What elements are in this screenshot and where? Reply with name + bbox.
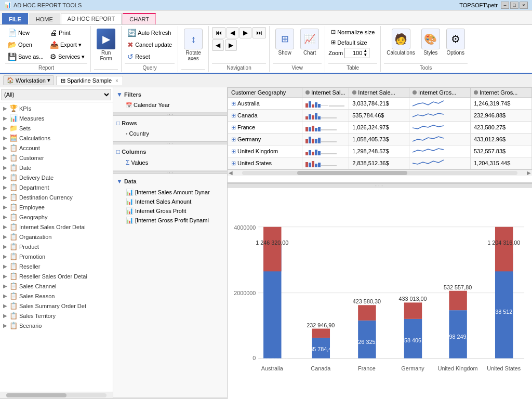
germany-expand[interactable]: ⊞ bbox=[231, 136, 236, 142]
country-row-item[interactable]: • Country bbox=[124, 129, 224, 138]
tab-adhoc[interactable]: AD HOC REPORT bbox=[61, 13, 122, 24]
auto-refresh-btn[interactable]: 🔄 Auto Refresh bbox=[125, 27, 175, 38]
left-panel-scrollbar[interactable] bbox=[0, 392, 113, 398]
tab-home[interactable]: HOME bbox=[29, 13, 60, 24]
styles-btn[interactable]: 🎨 Styles bbox=[419, 27, 443, 57]
default-size-btn[interactable]: ⊞ Default size bbox=[328, 37, 377, 47]
nav-first-btn[interactable]: ⏮ bbox=[212, 27, 225, 38]
delivery-date-arrow: ▶ bbox=[3, 175, 7, 180]
tree-item-geography[interactable]: ▶ 📋 Geography bbox=[1, 212, 112, 222]
account-icon: 📋 bbox=[9, 144, 18, 152]
customer-icon: 📋 bbox=[9, 154, 18, 162]
row-canada: ⊞Canada 535,784.4 bbox=[228, 110, 532, 122]
nav-prev-btn[interactable]: ◀ bbox=[227, 27, 238, 38]
tree-item-reseller[interactable]: ▶ 📋 Reseller bbox=[1, 261, 112, 271]
reset-btn[interactable]: ↺ Reset bbox=[125, 51, 175, 62]
uk-expand[interactable]: ⊞ bbox=[231, 148, 236, 154]
zoom-box[interactable]: ▲ ▼ bbox=[344, 48, 369, 58]
grid-chart-resizer[interactable]: ··· bbox=[228, 183, 532, 188]
spark-bar bbox=[309, 137, 311, 143]
tree-item-sales-channel[interactable]: ▶ 📋 Sales Channel bbox=[1, 281, 112, 291]
france-expand[interactable]: ⊞ bbox=[231, 124, 236, 130]
canada-expand[interactable]: ⊞ bbox=[231, 112, 236, 118]
tree-item-reseller-sales[interactable]: ▶ 📋 Reseller Sales Order Detai bbox=[1, 271, 112, 281]
nav-right-btn[interactable]: ▶ bbox=[225, 39, 237, 51]
tree-item-sales-reason[interactable]: ▶ 📋 Sales Reason bbox=[1, 291, 112, 301]
tree-item-sets[interactable]: ▶ 📁 Sets bbox=[1, 123, 112, 133]
zoom-down-btn[interactable]: ▼ bbox=[363, 53, 367, 57]
spark-bar bbox=[315, 139, 317, 143]
normalize-btn[interactable]: ⊡ Normalize size bbox=[328, 27, 377, 37]
saveas-btn[interactable]: 💾 Save as... bbox=[5, 51, 46, 62]
sparkline-tab[interactable]: ⊞ Sparkline Sample × bbox=[56, 76, 123, 85]
zoom-input[interactable] bbox=[347, 50, 362, 56]
tree-item-dest-currency[interactable]: ▶ 📋 Destination Currency bbox=[1, 192, 112, 202]
nav-row2: ◀ ▶ bbox=[212, 39, 266, 51]
tree-item-scenario[interactable]: ▶ 📋 Scenario bbox=[1, 321, 112, 330]
run-form-btn[interactable]: ▶ RunForm bbox=[94, 27, 118, 63]
tree-item-kpis[interactable]: ▶ 🏆 KPIs bbox=[1, 103, 112, 113]
tree-item-organization[interactable]: ▶ 📋 Organization bbox=[1, 232, 112, 242]
us-expand[interactable]: ⊞ bbox=[231, 160, 236, 166]
cancel-update-icon: ✖ bbox=[127, 41, 134, 49]
show-btn[interactable]: ⊞ Show bbox=[273, 27, 297, 57]
tree-item-calculations[interactable]: ▶ 🧮 Calculations bbox=[1, 133, 112, 143]
cancel-update-btn[interactable]: ✖ Cancel update bbox=[125, 39, 175, 50]
data-item-0[interactable]: 📊 [Internet Sales Amount Dynar bbox=[124, 188, 224, 197]
workstation-nav[interactable]: 🏠 Workstation ▾ bbox=[3, 75, 54, 85]
export-btn[interactable]: 📤 Export ▾ bbox=[47, 39, 87, 50]
col-dot-2 bbox=[352, 90, 356, 95]
rotate-axes-btn[interactable]: ↕ Rotateaxes bbox=[181, 27, 205, 63]
australia-expand[interactable]: ⊞ bbox=[231, 100, 236, 107]
tree-item-delivery-date[interactable]: ▶ 📋 Delivery Date bbox=[1, 172, 112, 182]
tree-item-customer[interactable]: ▶ 📋 Customer bbox=[1, 153, 112, 163]
maximize-btn[interactable]: □ bbox=[510, 2, 518, 9]
calendar-year-item[interactable]: 📅 Calendar Year bbox=[124, 101, 224, 109]
scrollbar-thumb[interactable] bbox=[297, 171, 407, 175]
tree-item-product[interactable]: ▶ 📋 Product bbox=[1, 242, 112, 251]
open-btn[interactable]: 📂 Open bbox=[5, 39, 46, 50]
cell-france-name: ⊞France bbox=[228, 122, 302, 134]
tree-item-date[interactable]: ▶ 📋 Date bbox=[1, 163, 112, 172]
canada-red-bar bbox=[312, 329, 330, 338]
chart-btn[interactable]: 📈 Chart bbox=[298, 27, 322, 57]
scroll-left-btn[interactable]: ◀ bbox=[228, 170, 234, 176]
cell-australia-val2: 1,246,319.74$ bbox=[470, 98, 531, 110]
services-btn[interactable]: ⚙ Services ▾ bbox=[47, 51, 87, 62]
calculations-btn[interactable]: 🧑 Calculations bbox=[384, 27, 417, 57]
tree-item-sales-summary[interactable]: ▶ 📋 Sales Summary Order Det bbox=[1, 301, 112, 311]
options-btn[interactable]: ⚙ Options bbox=[444, 27, 468, 57]
nav-last-btn[interactable]: ⏭ bbox=[252, 27, 266, 38]
rotate-icon: ↕ bbox=[184, 29, 203, 49]
values-item[interactable]: Σ Values bbox=[124, 158, 224, 167]
scroll-right-btn[interactable]: ▶ bbox=[526, 170, 532, 176]
data-section: ▼ Data 📊 [Internet Sales Amount Dynar 📊 … bbox=[113, 174, 227, 398]
date-icon: 📋 bbox=[9, 164, 18, 171]
data-item-2[interactable]: 📊 Internet Gross Profit bbox=[124, 206, 224, 216]
nav-left-btn[interactable]: ◀ bbox=[212, 39, 224, 51]
data-item-2-icon: 📊 bbox=[126, 207, 134, 215]
data-item-3[interactable]: 📊 [Internet Gross Profit Dynami bbox=[124, 216, 224, 225]
tree-item-promotion[interactable]: ▶ 📋 Promotion bbox=[1, 251, 112, 261]
new-btn[interactable]: 📄 New bbox=[5, 27, 46, 38]
window-controls[interactable]: – □ × bbox=[501, 2, 528, 9]
run-form-label: RunForm bbox=[100, 50, 112, 61]
tree-item-account[interactable]: ▶ 📋 Account bbox=[1, 143, 112, 153]
tab-chart[interactable]: CHART bbox=[123, 13, 156, 24]
nav-next-btn[interactable]: ▶ bbox=[240, 27, 251, 38]
close-btn[interactable]: × bbox=[520, 2, 528, 9]
print-btn[interactable]: 🖨 Print bbox=[47, 27, 87, 38]
sparkline-close-btn[interactable]: × bbox=[115, 78, 118, 84]
tree-item-sales-territory[interactable]: ▶ 📋 Sales Territory bbox=[1, 311, 112, 321]
minimize-btn[interactable]: – bbox=[501, 2, 509, 9]
grid-scrollbar[interactable]: ◀ ▶ bbox=[228, 169, 532, 176]
tree-item-internet-sales[interactable]: ▶ 📋 Internet Sales Order Detai bbox=[1, 222, 112, 232]
data-item-1[interactable]: 📊 Internet Sales Amount bbox=[124, 197, 224, 206]
left-scroll-thumb[interactable] bbox=[6, 393, 66, 397]
tree-item-department[interactable]: ▶ 📋 Department bbox=[1, 182, 112, 192]
tab-file[interactable]: FILE bbox=[2, 13, 28, 24]
tree-item-measures[interactable]: ▶ 📊 Measures bbox=[1, 113, 112, 123]
tree-item-employee[interactable]: ▶ 📋 Employee bbox=[1, 202, 112, 212]
row-australia: ⊞Australia bbox=[228, 98, 532, 110]
filter-dropdown[interactable]: (All) bbox=[2, 89, 111, 100]
